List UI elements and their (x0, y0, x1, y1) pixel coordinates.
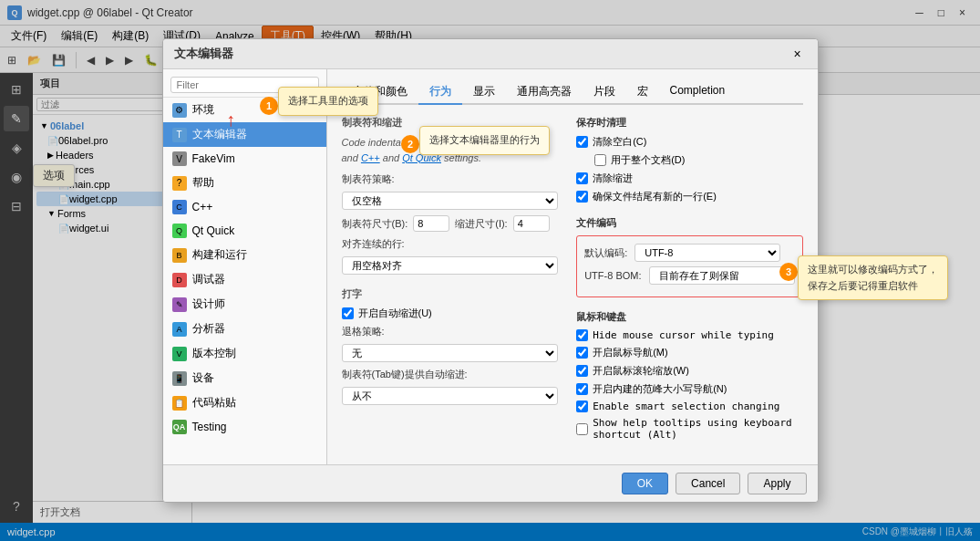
backspace-label-row: 退格策略: (342, 325, 559, 338)
clean-whitespace-checkbox[interactable] (576, 136, 588, 148)
tooltip-checkbox[interactable] (576, 423, 588, 435)
nav-item-text-editor[interactable]: T 文本编辑器 (163, 122, 326, 147)
encoding-section-title: 文件编码 (576, 216, 802, 230)
cpp-link[interactable]: C++ (361, 152, 380, 163)
tab-auto-select-row: 从不 (342, 387, 559, 405)
align-label: 对齐连续的行: (342, 237, 405, 251)
annotation-2-callout: 选择文本编辑器里的行为 (419, 126, 550, 155)
nav-item-build-label: 构建和运行 (192, 247, 247, 263)
scroll-zoom-checkbox[interactable] (576, 365, 588, 377)
nav-item-fakevim[interactable]: V FakeVim (163, 147, 326, 171)
nav-item-device[interactable]: 📱 设备 (163, 366, 326, 390)
nav-item-snippet[interactable]: 📋 代码粘贴 (163, 390, 326, 415)
dialog-footer: OK Cancel Apply (163, 464, 818, 502)
ok-button[interactable]: OK (622, 473, 668, 494)
nav-item-testing[interactable]: QA Testing (163, 415, 326, 439)
nav-item-vcs[interactable]: V 版本控制 (163, 341, 326, 366)
encoding-section: 文件编码 默认编码: UTF-8 UTF-8 BOM: (576, 216, 802, 297)
help-icon: ? (172, 176, 187, 191)
hide-cursor-row: Hide mouse cursor while typing (576, 329, 802, 341)
hide-cursor-checkbox[interactable] (576, 329, 588, 341)
align-label-row: 对齐连续的行: (342, 237, 559, 251)
scroll-zoom-label: 开启鼠标滚轮缩放(W) (593, 364, 689, 378)
dialog-close-btn[interactable]: × (789, 45, 807, 63)
entire-doc-label: 用于整个文档(D) (611, 153, 685, 167)
tab-highlight[interactable]: 通用高亮器 (506, 80, 583, 105)
indent-strategy-row: 制表符策略: (342, 172, 559, 186)
fakevim-icon: V (172, 151, 187, 166)
arrow-to-tools: ↑ (226, 109, 235, 130)
annotation-1-bubble: 1 (260, 97, 278, 115)
designer-icon: ✎ (172, 297, 187, 312)
tab-snippet[interactable]: 片段 (583, 80, 626, 105)
annotation-1-callout: 选择工具里的选项 (278, 87, 378, 116)
backspace-select-row: 无 (342, 344, 559, 362)
entire-doc-checkbox[interactable] (594, 154, 606, 166)
nav-item-device-label: 设备 (192, 370, 214, 386)
debugger-icon: D (172, 273, 187, 287)
tab-auto-select[interactable]: 从不 (342, 387, 559, 405)
nav-item-debugger[interactable]: D 调试器 (163, 267, 326, 292)
nav-item-cpp[interactable]: C C++ (163, 195, 326, 219)
nav-item-analyzer[interactable]: A 分析器 (163, 317, 326, 341)
clean-section-title: 保存时清理 (576, 116, 802, 130)
indent-size-input[interactable] (513, 215, 550, 232)
typing-section-label: 打字 (342, 287, 559, 301)
env-icon: ⚙ (172, 103, 187, 118)
nav-item-designer[interactable]: ✎ 设计师 (163, 292, 326, 317)
annotation-2-bubble: 2 (401, 135, 419, 153)
nav-item-env-label: 环境 (192, 102, 214, 118)
indent-strategy-select-row: 仅空格 (342, 192, 559, 210)
case-nav-checkbox[interactable] (576, 383, 588, 395)
vcs-icon: V (172, 347, 187, 361)
encoding-select[interactable]: UTF-8 (634, 244, 780, 262)
clean-indent-checkbox[interactable] (576, 172, 588, 184)
backspace-select[interactable]: 无 (342, 344, 559, 362)
tab-behavior[interactable]: 行为 (418, 80, 462, 105)
nav-item-fakevim-label: FakeVim (192, 152, 235, 165)
scroll-zoom-row: 开启鼠标滚轮缩放(W) (576, 364, 802, 378)
dialog-content: 字体和颜色 行为 显示 通用高亮器 片段 宏 Completion 制表符和缩进 (327, 69, 818, 464)
tooltip-row: Show help tooltips using keyboard shortc… (576, 417, 802, 441)
backspace-label: 退格策略: (342, 325, 385, 338)
left-column: 制表符和缩进 Code indentation is configured in… (342, 116, 559, 453)
smart-select-checkbox[interactable] (576, 401, 588, 412)
utf8-bom-select[interactable]: 目前存在了则保留 (649, 266, 795, 285)
indent-strategy-select[interactable]: 仅空格 (342, 192, 559, 210)
entire-doc-row: 用于整个文档(D) (576, 153, 802, 167)
tooltip-label: Show help tooltips using keyboard shortc… (593, 417, 802, 441)
auto-indent-label: 开启自动缩进(U) (358, 307, 432, 320)
ensure-newline-checkbox[interactable] (576, 191, 588, 203)
smart-select-label: Enable smart selection changing (593, 401, 779, 412)
clean-section: 保存时清理 清除空白(C) 用于整个文档(D) 清除 (576, 116, 802, 203)
build-icon: B (172, 248, 187, 263)
auto-indent-checkbox[interactable] (342, 307, 354, 319)
tab-completion[interactable]: Completion (659, 80, 737, 105)
case-nav-label: 开启内建的范峰大小写导航(N) (593, 382, 727, 396)
apply-button[interactable]: Apply (748, 473, 806, 494)
utf8-bom-row: UTF-8 BOM: 目前存在了则保留 (584, 266, 794, 285)
tab-macro[interactable]: 宏 (626, 80, 659, 105)
smart-select-row: Enable smart selection changing (576, 401, 802, 412)
indent-strategy-label: 制表符策略: (342, 172, 395, 186)
auto-indent-row: 开启自动缩进(U) (342, 307, 559, 320)
tab-size-row: 制表符尺寸(B): 缩进尺寸(I): (342, 215, 559, 232)
cpp-icon: C (172, 200, 187, 214)
nav-item-analyzer-label: 分析器 (192, 321, 225, 337)
clean-indent-row: 清除缩进 (576, 172, 802, 185)
nav-item-debugger-label: 调试器 (192, 272, 225, 287)
mouse-nav-checkbox[interactable] (576, 347, 588, 359)
nav-item-build[interactable]: B 构建和运行 (163, 243, 326, 267)
tab-display[interactable]: 显示 (462, 80, 506, 105)
typing-section: 打字 开启自动缩进(U) 退格策略: 无 (342, 287, 559, 405)
mouse-nav-label: 开启鼠标导航(M) (593, 346, 668, 359)
nav-item-qtquick[interactable]: Q Qt Quick (163, 219, 326, 243)
align-select[interactable]: 用空格对齐 (342, 256, 559, 275)
tab-size-input[interactable] (413, 215, 449, 232)
nav-item-designer-label: 设计师 (192, 297, 225, 312)
annotation-3-bubble: 3 (779, 263, 798, 281)
indent-note-2: and (342, 152, 361, 163)
cancel-button[interactable]: Cancel (676, 473, 740, 494)
encoding-label: 默认编码: (584, 246, 627, 260)
nav-item-help[interactable]: ? 帮助 (163, 171, 326, 195)
